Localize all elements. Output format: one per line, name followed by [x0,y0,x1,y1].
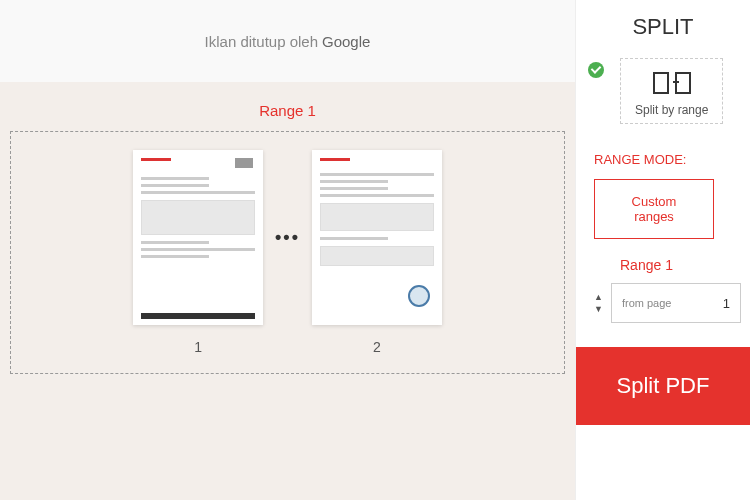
from-page-row: ▲ ▼ from page 1 [594,283,750,323]
page-number: 1 [194,339,202,355]
ad-banner: Iklan ditutup oleh Google [0,0,575,82]
range-mode-label: RANGE MODE: [594,152,750,167]
ellipsis-icon: ••• [275,227,300,248]
ad-brand: Google [322,33,370,50]
page-wrapper[interactable]: 1 [133,150,263,355]
preview-area: Range 1 [0,82,575,500]
mode-label: Split by range [635,103,708,117]
page-number: 2 [373,339,381,355]
ad-text: Iklan ditutup oleh [205,33,318,50]
mode-button-row: Custom ranges [576,179,750,239]
split-by-range-option[interactable]: Split by range [620,58,723,124]
from-page-value: 1 [723,296,740,311]
options-panel: SPLIT Split by range RANGE MODE: Custom … [575,0,750,500]
split-range-icon [651,69,693,97]
page-wrapper[interactable]: 2 [312,150,442,355]
page-thumbnail-1 [133,150,263,325]
range-config: Range 1 ▲ ▼ from page 1 [576,257,750,323]
split-mode-row: Split by range [576,50,750,124]
page-thumbnail-2 [312,150,442,325]
chevron-down-icon[interactable]: ▼ [594,304,603,314]
chevron-up-icon[interactable]: ▲ [594,292,603,302]
page-stepper[interactable]: ▲ ▼ [594,292,603,314]
preview-panel: Iklan ditutup oleh Google Range 1 [0,0,575,500]
range-title: Range 1 [10,102,565,119]
panel-title: SPLIT [576,0,750,50]
range-config-title: Range 1 [620,257,750,273]
split-pdf-button[interactable]: Split PDF [576,347,750,425]
check-icon [588,62,604,78]
custom-ranges-button[interactable]: Custom ranges [594,179,714,239]
from-page-field[interactable]: from page 1 [611,283,741,323]
range-container: 1 ••• [10,131,565,374]
from-page-label: from page [612,297,682,309]
